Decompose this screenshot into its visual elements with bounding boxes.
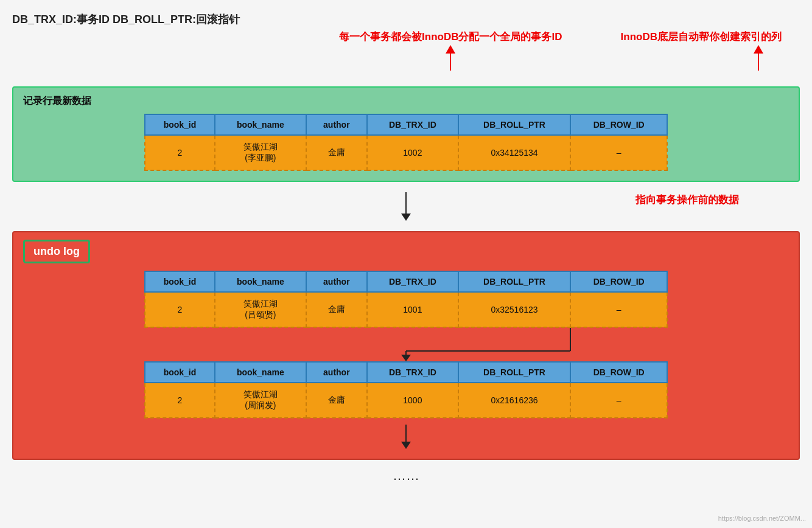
undo1-th-book-name: book_name [215,271,306,292]
undo-table-2-wrapper: book_id book_name author DB_TRX_ID DB_RO… [23,361,789,419]
th-row-id-1: DB_ROW_ID [570,114,667,135]
undo-log-section: undo log book_id book_name author DB_TRX… [12,231,800,460]
middle-annotation: 每一个事务都会被InnoDB分配一个全局的事务ID [339,30,562,71]
undo1-row: 2 笑傲江湖 (吕颂贤) 金庸 1001 0x32516123 – [145,292,667,327]
undo1-author: 金庸 [306,292,367,327]
undo2-header-row: book_id book_name author DB_TRX_ID DB_RO… [145,362,667,383]
svg-marker-3 [401,355,411,361]
latest-table-wrapper: book_id book_name author DB_TRX_ID DB_RO… [23,114,789,171]
top-label: DB_TRX_ID:事务ID DB_ROLL_PTR:回滚指针 [12,12,800,27]
undo2-th-row-id: DB_ROW_ID [570,362,667,383]
undo2-row-id: – [570,383,667,418]
undo1-row-id: – [570,292,667,327]
undo1-roll-ptr: 0x32516123 [458,292,571,327]
arrow-up-middle [446,45,455,54]
latest-table-row: 2 笑傲江湖 (李亚鹏) 金庸 1002 0x34125134 – [145,135,667,170]
latest-row-id: – [570,135,667,170]
undo2-trx-id: 1000 [367,383,458,418]
top-annotations-area: 每一个事务都会被InnoDB分配一个全局的事务ID InnoDB底层自动帮你创建… [12,30,800,82]
latest-table-header-row: book_id book_name author DB_TRX_ID DB_RO… [145,114,667,135]
dots-area: …… [12,465,800,487]
undo2-th-roll-ptr: DB_ROLL_PTR [458,362,571,383]
latest-trx-id: 1002 [367,135,458,170]
bottom-arrow-area [23,425,789,449]
latest-table: book_id book_name author DB_TRX_ID DB_RO… [144,114,668,171]
undo1-trx-id: 1001 [367,292,458,327]
bottom-arrow-head [401,442,411,449]
arrow-head-g2r [401,214,411,221]
latest-section-label: 记录行最新数据 [23,95,789,108]
undo1-th-roll-ptr: DB_ROLL_PTR [458,271,571,292]
th-author-1: author [306,114,367,135]
th-book-id-1: book_id [145,114,215,135]
undo1-book-name: 笑傲江湖 (吕颂贤) [215,292,306,327]
th-book-name-1: book_name [215,114,306,135]
arrow-green-to-red [401,192,411,221]
undo2-th-author: author [306,362,367,383]
arrow-line-g2r [405,192,407,214]
undo-table-1: book_id book_name author DB_TRX_ID DB_RO… [144,271,668,328]
bottom-arrow-line [405,425,407,442]
latest-book-name: 笑傲江湖 (李亚鹏) [215,135,306,170]
undo1-header-row: book_id book_name author DB_TRX_ID DB_RO… [145,271,667,292]
arrow-line-right [758,54,759,71]
arrow-up-right [754,45,763,54]
undo1-th-row-id: DB_ROW_ID [570,271,667,292]
undo2-row: 2 笑傲江湖 (周润发) 金庸 1000 0x21616236 – [145,383,667,418]
undo-table-1-wrapper: book_id book_name author DB_TRX_ID DB_RO… [23,271,789,328]
undo1-th-book-id: book_id [145,271,215,292]
undo2-roll-ptr: 0x21616236 [458,383,571,418]
middle-annotation-text: 每一个事务都会被InnoDB分配一个全局的事务ID [339,30,562,44]
undo2-author: 金庸 [306,383,367,418]
undo2-th-trx-id: DB_TRX_ID [367,362,458,383]
right-annotation: InnoDB底层自动帮你创建索引的列 [621,30,782,71]
right-annotation-text: InnoDB底层自动帮你创建索引的列 [621,30,782,44]
undo2-book-name: 笑傲江湖 (周润发) [215,383,306,418]
latest-data-section: 记录行最新数据 book_id book_name author DB_TRX_… [12,86,800,182]
l-connector-1 [144,328,668,361]
l-connector-svg-1 [144,328,668,361]
arrow-line-middle [450,54,451,71]
th-trx-id-1: DB_TRX_ID [367,114,458,135]
between-annotation-text: 指向事务操作前的数据 [635,193,739,207]
watermark: https://blog.csdn.net/ZOMM... [718,515,806,522]
th-roll-ptr-1: DB_ROLL_PTR [458,114,571,135]
undo1-th-author: author [306,271,367,292]
page-container: DB_TRX_ID:事务ID DB_ROLL_PTR:回滚指针 每一个事务都会被… [0,0,812,528]
undo2-th-book-name: book_name [215,362,306,383]
undo2-th-book-id: book_id [145,362,215,383]
undo1-book-id: 2 [145,292,215,327]
latest-roll-ptr: 0x34125134 [458,135,571,170]
latest-author: 金庸 [306,135,367,170]
undo1-th-trx-id: DB_TRX_ID [367,271,458,292]
undo2-book-id: 2 [145,383,215,418]
undo-log-label-box: undo log [23,240,90,263]
undo-table-2: book_id book_name author DB_TRX_ID DB_RO… [144,361,668,419]
between-sections-area: 指向事务操作前的数据 [12,187,800,226]
latest-book-id: 2 [145,135,215,170]
